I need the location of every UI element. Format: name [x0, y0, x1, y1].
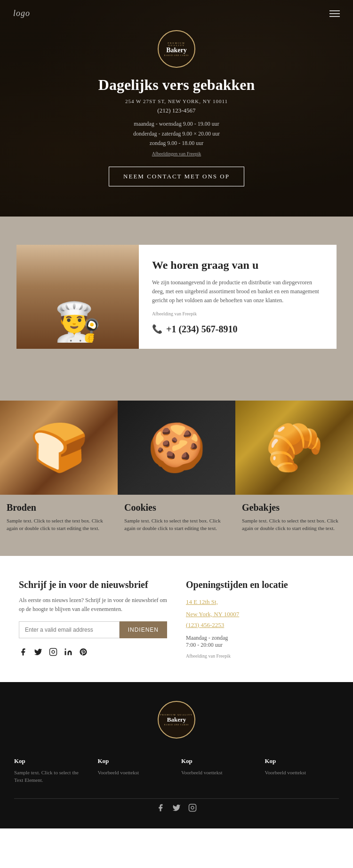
- contact-baker-image: [16, 245, 139, 349]
- newsletter-submit-button[interactable]: INDIENEN: [120, 621, 167, 638]
- footer-columns: Kop Sample text. Click to select the Tex…: [14, 757, 339, 784]
- cookies-info: Cookies Sample text. Click to select the…: [118, 495, 235, 532]
- newsletter-column: Schrijf je in voor de nieuwsbrief Als ee…: [19, 579, 167, 659]
- newsletter-heading: Schrijf je in voor de nieuwsbrief: [19, 579, 167, 590]
- footer-col-1-heading: Kop: [14, 757, 88, 765]
- hamburger-menu[interactable]: [329, 10, 340, 17]
- pastry-description[interactable]: Sample text. Click to select the text bo…: [242, 517, 346, 532]
- footer-col-2: Kop Voorbeeld voettekst: [98, 757, 172, 784]
- footer-instagram-icon[interactable]: [188, 804, 197, 814]
- location-freepik-link[interactable]: Freepik: [216, 653, 231, 659]
- footer-badge: PREMIUM QUALITY Bakery BAKED AND CAKES: [14, 701, 339, 739]
- badge-premium-text: PREMIUM QUALITY: [159, 42, 194, 47]
- location-hours-label: Maandag - zondag: [186, 635, 334, 642]
- hero-hours-line2: donderdag - zaterdag 9.00 × 20.00 uur: [98, 129, 255, 138]
- hero-title: Dagelijks vers gebakken: [98, 76, 255, 94]
- cookies-image: [118, 401, 235, 495]
- footer-col-2-heading: Kop: [98, 757, 172, 765]
- newsletter-form: INDIENEN: [19, 621, 167, 638]
- bread-name: Broden: [7, 502, 111, 513]
- hero-hours-line1: maandag - woensdag 9.00 - 19.00 uur: [98, 119, 255, 129]
- contact-card: We horen graag van u We zijn toonaangeve…: [16, 245, 337, 349]
- social-icons-row: [19, 648, 167, 659]
- phone-icon: 📞: [152, 324, 162, 334]
- contact-phone-row: 📞 +1 (234) 567-8910: [152, 324, 323, 335]
- badge-title-text: Bakery: [166, 47, 187, 54]
- svg-rect-2: [65, 651, 66, 655]
- footer-facebook-icon[interactable]: [156, 804, 165, 814]
- footer-col-3-text[interactable]: Voorbeeld voettekst: [181, 769, 256, 777]
- hero-address: 254 W 27ST ST, NEW YORK, NY 10011: [98, 98, 255, 104]
- newsletter-description: Als eerste ons nieuws lezen? Schrijf je …: [19, 596, 167, 614]
- svg-rect-0: [50, 648, 57, 655]
- contact-text-area: We horen graag van u We zijn toonaangeve…: [139, 245, 337, 349]
- contact-phone-number[interactable]: +1 (234) 567-8910: [166, 324, 237, 335]
- footer-col-4-text[interactable]: Voorbeeld voettekst: [265, 769, 339, 777]
- footer-col-4: Kop Voorbeeld voettekst: [265, 757, 339, 784]
- logo: logo: [13, 8, 30, 18]
- product-item-cookies: Cookies Sample text. Click to select the…: [118, 401, 235, 532]
- pinterest-icon[interactable]: [79, 648, 88, 659]
- footer-badge-title: Bakery: [167, 716, 186, 723]
- products-grid: Broden Sample text. Click to select the …: [0, 401, 353, 532]
- product-item-gebakjes: Gebakjes Sample text. Click to select th…: [235, 401, 353, 532]
- newsletter-location-section: Schrijf je in voor de nieuwsbrief Als ee…: [0, 556, 353, 682]
- product-item-broden: Broden Sample text. Click to select the …: [0, 401, 118, 532]
- hero-content: PREMIUM QUALITY Bakery BAKED AND CAKES D…: [98, 30, 255, 186]
- footer-badge-sub: BAKED AND CAKES: [164, 723, 189, 726]
- facebook-icon[interactable]: [19, 648, 27, 659]
- badge-sub-text: BAKED AND CAKES: [164, 54, 189, 56]
- contact-freepik-link[interactable]: Freepik: [182, 311, 197, 316]
- bread-description[interactable]: Sample text. Click to select the text bo…: [7, 517, 111, 532]
- location-heading: Openingstijden en locatie: [186, 579, 334, 590]
- newsletter-email-input[interactable]: [19, 621, 120, 638]
- footer-twitter-icon[interactable]: [172, 804, 181, 814]
- site-footer: PREMIUM QUALITY Bakery BAKED AND CAKES K…: [0, 682, 353, 828]
- bakery-badge: PREMIUM QUALITY Bakery BAKED AND CAKES: [158, 30, 195, 68]
- location-hours: 7:00 - 20:00 uur: [186, 642, 334, 649]
- location-phone[interactable]: (123) 456-2253: [186, 621, 334, 629]
- footer-social-icons: [14, 798, 339, 814]
- contact-section: We horen graag van u We zijn toonaangeve…: [0, 217, 353, 377]
- pastry-image: [235, 401, 353, 495]
- pastry-info: Gebakjes Sample text. Click to select th…: [235, 495, 353, 532]
- contact-heading: We horen graag van u: [152, 259, 323, 272]
- contact-cta-button[interactable]: NEEM CONTACT MET ONS OP: [109, 167, 244, 186]
- footer-col-2-text[interactable]: Voorbeeld voettekst: [98, 769, 172, 777]
- products-section: Broden Sample text. Click to select the …: [0, 377, 353, 556]
- pastry-name: Gebakjes: [242, 502, 346, 513]
- svg-rect-4: [189, 804, 196, 811]
- twitter-icon[interactable]: [34, 648, 42, 659]
- svg-point-3: [65, 648, 66, 650]
- footer-col-4-heading: Kop: [265, 757, 339, 765]
- location-address-line1[interactable]: 14 E 12th St,: [186, 597, 334, 607]
- hero-freepik[interactable]: Afbeeldingen van Freepik: [98, 151, 255, 156]
- hero-phone: (212) 123-4567: [98, 107, 255, 114]
- bread-info: Broden Sample text. Click to select the …: [0, 495, 118, 532]
- cookies-description[interactable]: Sample text. Click to select the text bo…: [124, 517, 229, 532]
- footer-col-3: Kop Voorbeeld voettekst: [181, 757, 256, 784]
- hero-hours-line3: zondag 9.00 - 18.00 uur: [98, 138, 255, 148]
- hero-section: PREMIUM QUALITY Bakery BAKED AND CAKES D…: [0, 0, 353, 217]
- linkedin-icon[interactable]: [64, 648, 72, 659]
- location-freepik: Afbeelding van Freepik: [186, 653, 334, 659]
- hero-hours: maandag - woensdag 9.00 - 19.00 uur dond…: [98, 119, 255, 148]
- location-column: Openingstijden en locatie 14 E 12th St, …: [186, 579, 334, 659]
- contact-freepik: Afbeelding van Freepik: [152, 311, 323, 316]
- footer-col-1-text[interactable]: Sample text. Click to select the Text El…: [14, 769, 88, 784]
- contact-description: We zijn toonaangevend in de productie en…: [152, 278, 323, 305]
- instagram-icon[interactable]: [49, 648, 57, 659]
- footer-col-3-heading: Kop: [181, 757, 256, 765]
- footer-badge-circle: PREMIUM QUALITY Bakery BAKED AND CAKES: [158, 701, 195, 739]
- site-header: logo: [0, 0, 353, 27]
- cookies-name: Cookies: [124, 502, 229, 513]
- location-address-line2[interactable]: New York, NY 10007: [186, 609, 334, 619]
- bread-image: [0, 401, 118, 495]
- footer-col-1: Kop Sample text. Click to select the Tex…: [14, 757, 88, 784]
